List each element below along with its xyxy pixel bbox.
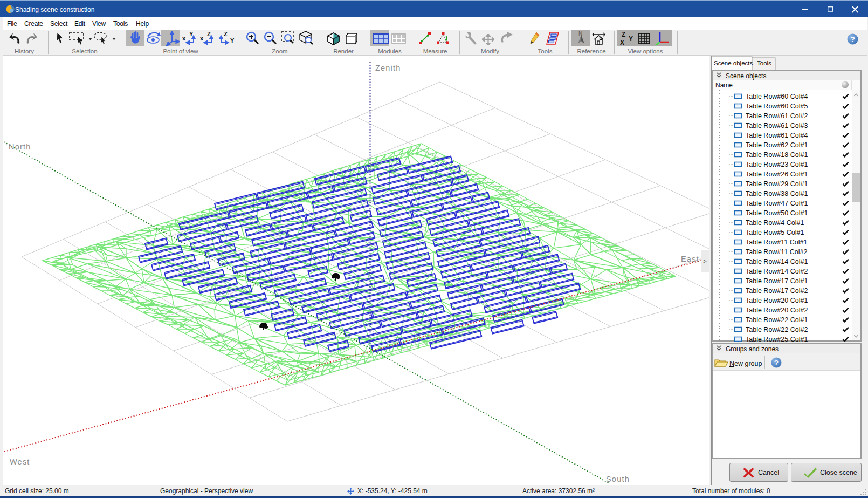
svg-text:Table Row#11 Col#2: Table Row#11 Col#2 [746,248,807,256]
svg-text:Table Row#62 Col#1: Table Row#62 Col#1 [746,141,808,149]
svg-text:Table Row#29 Col#1: Table Row#29 Col#1 [746,180,808,188]
svg-text:Table Row#61 Col#3: Table Row#61 Col#3 [746,122,808,129]
svg-text:Table Row#11 Col#1: Table Row#11 Col#1 [746,238,807,246]
svg-text:Table Row#20 Col#2: Table Row#20 Col#2 [746,306,808,314]
svg-text:Table Row#22 Col#2: Table Row#22 Col#2 [746,326,808,333]
svg-text:Groups and zones: Groups and zones [726,345,779,353]
svg-text:Name: Name [715,81,733,89]
svg-text:Table Row#25 Col#1: Table Row#25 Col#1 [746,336,808,343]
svg-text:Table Row#18 Col#1: Table Row#18 Col#1 [746,151,808,159]
svg-text:Table Row#47 Col#1: Table Row#47 Col#1 [746,200,808,207]
svg-text:Table Row#22 Col#1: Table Row#22 Col#1 [746,316,808,324]
svg-text:Table Row#61 Col#4: Table Row#61 Col#4 [746,132,808,139]
svg-text:?: ? [774,359,779,367]
svg-text:Table Row#20 Col#1: Table Row#20 Col#1 [746,297,808,304]
svg-text:Table Row#17 Col#2: Table Row#17 Col#2 [746,287,808,295]
svg-text:Table Row#60 Col#4: Table Row#60 Col#4 [746,93,808,100]
svg-text:Table Row#50 Col#1: Table Row#50 Col#1 [746,209,808,217]
svg-text:Table Row#17 Col#1: Table Row#17 Col#1 [746,277,808,285]
svg-text:Table Row#23 Col#1: Table Row#23 Col#1 [746,161,808,168]
svg-text:Table Row#5 Col#1: Table Row#5 Col#1 [746,229,804,236]
svg-text:New group: New group [729,360,762,367]
svg-text:Table Row#14 Col#1: Table Row#14 Col#1 [746,258,808,265]
svg-text:Table Row#61 Col#2: Table Row#61 Col#2 [746,112,808,120]
svg-text:Table Row#38 Col#1: Table Row#38 Col#1 [746,190,808,197]
svg-text:Table Row#60 Col#5: Table Row#60 Col#5 [746,103,808,110]
svg-text:Table Row#26 Col#1: Table Row#26 Col#1 [746,170,808,178]
svg-text:Table Row#14 Col#2: Table Row#14 Col#2 [746,268,808,275]
svg-text:Scene objects: Scene objects [726,72,766,80]
svg-text:Table Row#4 Col#1: Table Row#4 Col#1 [746,219,804,227]
